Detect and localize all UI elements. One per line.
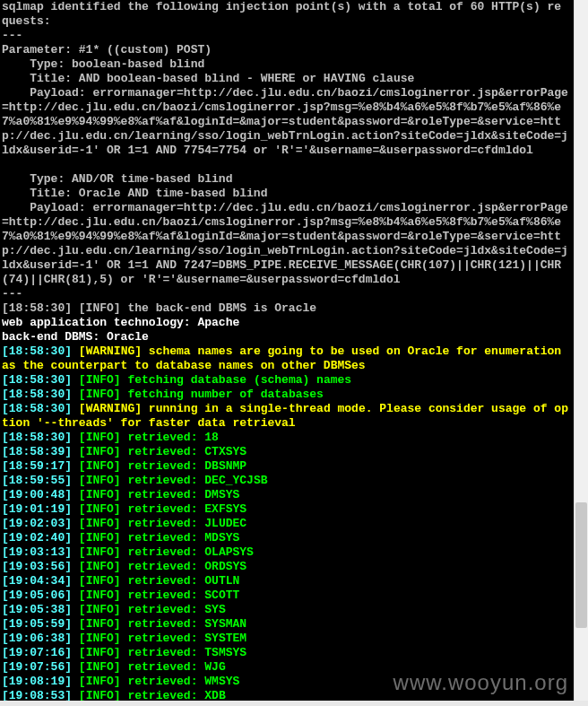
info-tag: [INFO] — [79, 588, 121, 602]
retrieved-value: JLUDEC — [204, 517, 246, 530]
info-tag: [INFO] — [79, 517, 121, 530]
info-tag: [INFO] — [79, 474, 121, 487]
vertical-scrollbar[interactable] — [574, 0, 588, 701]
retrieved-label: retrieved: — [127, 574, 197, 588]
ts: [18:58:39] — [2, 445, 72, 458]
info-tag: [INFO] — [79, 603, 121, 616]
retrieved-value: EXFSYS — [204, 502, 246, 516]
retrieved-value: WJG — [204, 660, 225, 674]
header-line: quests: — [2, 14, 51, 28]
ts: [19:08:19] — [2, 675, 72, 688]
retrieved-value: TSMSYS — [204, 646, 246, 659]
retrieved-value: OUTLN — [204, 574, 239, 588]
info-tag: [INFO] — [79, 675, 121, 688]
retrieved-label: retrieved: — [127, 431, 197, 444]
retrieved-value: OLAPSYS — [204, 545, 254, 559]
ts: [19:08:53] — [2, 689, 72, 701]
retrieved-label: retrieved: — [127, 459, 197, 473]
ts: [19:05:06] — [2, 588, 72, 602]
dbms-line: [18:58:30] [INFO] the back-end DBMS is O… — [2, 301, 316, 315]
warning-tag: [WARNING] — [79, 344, 142, 358]
retrieved-label: retrieved: — [127, 632, 197, 645]
info-tag: [INFO] — [79, 488, 121, 501]
retrieved-label: retrieved: — [127, 488, 197, 501]
ts: [19:04:34] — [2, 574, 72, 588]
info-tag: [INFO] — [79, 660, 121, 674]
info-text: fetching database (schema) names — [127, 373, 351, 387]
retrieved-label: retrieved: — [127, 560, 197, 573]
retrieved-value: SYSMAN — [204, 617, 246, 631]
retrieved-value: DMSYS — [204, 488, 239, 501]
retrieved-value: DBSNMP — [204, 459, 246, 473]
ts: [18:58:30] — [2, 431, 72, 444]
ts: [18:58:30] — [2, 388, 72, 401]
app-viewport: sqlmap identified the following injectio… — [0, 0, 588, 706]
inj-type: Type: boolean-based blind — [2, 57, 204, 71]
ts: [19:07:56] — [2, 660, 72, 674]
retrieved-value: SYSTEM — [204, 632, 246, 645]
ts: [18:58:30] — [2, 373, 72, 387]
ts: [19:07:16] — [2, 646, 72, 659]
info-tag: [INFO] — [79, 445, 121, 458]
retrieved-label: retrieved: — [127, 517, 197, 530]
retrieved-value: XDB — [204, 689, 225, 701]
retrieved-value: SYS — [204, 603, 225, 616]
sep: --- — [2, 287, 22, 301]
info-tag: [INFO] — [79, 632, 121, 645]
retrieved-label: retrieved: — [127, 474, 197, 487]
terminal-output: sqlmap identified the following injectio… — [0, 0, 575, 701]
info-tag: [INFO] — [79, 388, 121, 401]
retrieved-label: retrieved: — [127, 603, 197, 616]
bottom-strip — [0, 701, 588, 706]
ts: [19:01:19] — [2, 502, 72, 516]
webtech-line: web application technology: Apache — [2, 316, 239, 329]
retrieved-label: retrieved: — [127, 545, 197, 559]
ts: [19:03:13] — [2, 545, 72, 559]
parameter-line: Parameter: #1* ((custom) POST) — [2, 43, 212, 57]
info-tag: [INFO] — [79, 560, 121, 573]
ts: [19:03:56] — [2, 560, 72, 573]
sep: --- — [2, 29, 22, 42]
info-tag: [INFO] — [79, 531, 121, 545]
retrieved-label: retrieved: — [127, 675, 197, 688]
inj-type: Type: AND/OR time-based blind — [2, 172, 232, 186]
retrieved-label: retrieved: — [127, 445, 197, 458]
retrieved-label: retrieved: — [127, 689, 197, 701]
info-tag: [INFO] — [79, 545, 121, 559]
info-text: fetching number of databases — [127, 388, 323, 401]
ts: [19:02:40] — [2, 531, 72, 545]
retrieved-value: 18 — [204, 431, 219, 444]
warning-tag: [WARNING] — [79, 402, 142, 415]
header-line: sqlmap identified the following injectio… — [2, 0, 561, 13]
retrieved-value: MDSYS — [204, 531, 239, 545]
ts: [18:59:17] — [2, 459, 72, 473]
inj-title: Title: Oracle AND time-based blind — [2, 187, 267, 200]
ts: [19:02:03] — [2, 517, 72, 530]
retrieved-label: retrieved: — [127, 531, 197, 545]
retrieved-label: retrieved: — [127, 646, 197, 659]
retrieved-label: retrieved: — [127, 617, 197, 631]
payload-label: Payload: — [2, 86, 92, 100]
info-tag: [INFO] — [79, 431, 121, 444]
ts: [18:58:30] — [2, 402, 72, 415]
retrieved-value: CTXSYS — [204, 445, 246, 458]
ts: [19:05:38] — [2, 603, 72, 616]
ts: [19:05:59] — [2, 617, 72, 631]
inj-title: Title: AND boolean-based blind - WHERE o… — [2, 72, 414, 85]
info-tag: [INFO] — [79, 646, 121, 659]
payload-label: Payload: — [2, 201, 92, 214]
retrieved-value: DEC_YCJSB — [204, 474, 267, 487]
scrollbar-thumb[interactable] — [575, 502, 587, 628]
ts: [18:58:30] — [2, 344, 72, 358]
info-tag: [INFO] — [79, 574, 121, 588]
retrieved-label: retrieved: — [127, 660, 197, 674]
backend-line: back-end DBMS: Oracle — [2, 330, 149, 344]
retrieved-value: SCOTT — [204, 588, 239, 602]
ts: [19:00:48] — [2, 488, 72, 501]
retrieved-value: WMSYS — [204, 675, 239, 688]
retrieved-value: ORDSYS — [204, 560, 246, 573]
info-tag: [INFO] — [79, 373, 121, 387]
info-tag: [INFO] — [79, 617, 121, 631]
info-tag: [INFO] — [79, 502, 121, 516]
retrieved-label: retrieved: — [127, 588, 197, 602]
